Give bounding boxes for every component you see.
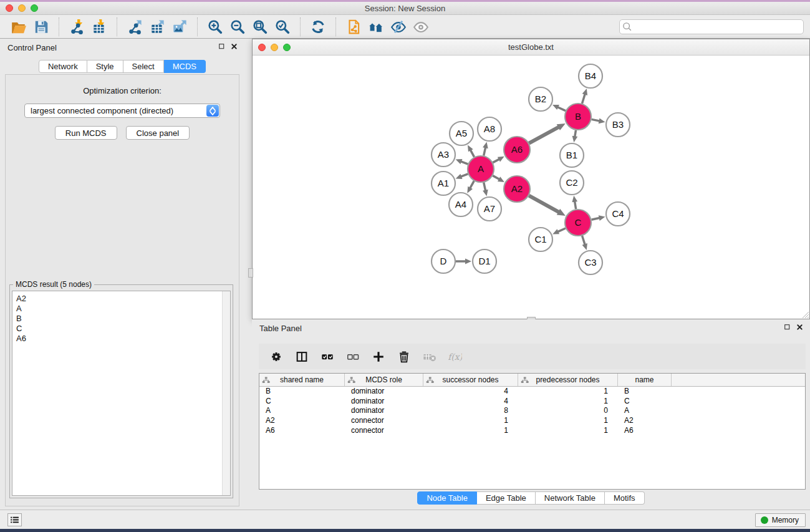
cell-MCDS-role[interactable]: dominator [345, 397, 423, 407]
cell-successor-nodes[interactable]: 1 [423, 416, 518, 426]
list-scrollbar[interactable] [222, 291, 230, 495]
tab-motifs[interactable]: Motifs [605, 491, 645, 505]
select-all-button[interactable] [320, 349, 335, 364]
search-input[interactable] [619, 19, 804, 34]
tab-network-table[interactable]: Network Table [536, 491, 605, 505]
open-file-button[interactable] [7, 17, 30, 36]
column-header-MCDS-role[interactable]: MCDS role [345, 374, 423, 386]
edge-A-A6[interactable] [493, 157, 504, 163]
column-header-successor-nodes[interactable]: successor nodes [423, 374, 518, 386]
split-columns-button[interactable] [294, 349, 309, 364]
node-C2[interactable]: C2 [560, 171, 584, 195]
first-neighbors-button[interactable] [365, 17, 387, 36]
export-table-button[interactable] [146, 17, 168, 36]
table-row[interactable]: A2connector11A2 [259, 416, 805, 426]
node-C4[interactable]: C4 [606, 202, 630, 226]
zoom-out-button[interactable] [226, 17, 249, 36]
cell-shared-name[interactable]: A [259, 406, 345, 416]
cell-name[interactable]: C [618, 397, 672, 407]
tab-select[interactable]: Select [123, 60, 164, 73]
cell-MCDS-role[interactable]: connector [345, 416, 423, 426]
deselect-all-button[interactable] [345, 349, 360, 364]
add-column-button[interactable] [371, 349, 386, 364]
node-B3[interactable]: B3 [606, 113, 630, 137]
mcds-result-item[interactable]: A2 [12, 294, 230, 304]
edge-C-C1[interactable] [552, 228, 566, 234]
show-all-button[interactable] [410, 17, 432, 36]
table-row[interactable]: Bdominator41B [259, 387, 805, 397]
cell-name[interactable]: A [618, 406, 672, 416]
tab-mcds[interactable]: MCDS [164, 60, 206, 73]
node-B1[interactable]: B1 [560, 143, 584, 167]
node-D[interactable]: D [432, 249, 455, 273]
delete-table-button[interactable] [422, 349, 437, 364]
cell-successor-nodes[interactable]: 8 [423, 406, 518, 416]
node-D1[interactable]: D1 [473, 249, 496, 273]
gear-button[interactable] [269, 349, 284, 364]
edge-B-B3[interactable] [592, 118, 605, 124]
cell-shared-name[interactable]: A6 [259, 426, 345, 436]
node-A[interactable]: A [468, 156, 494, 182]
node-A3[interactable]: A3 [432, 143, 455, 167]
edge-C-C2[interactable] [572, 196, 577, 210]
edge-A-A3[interactable] [456, 159, 468, 164]
cell-successor-nodes[interactable]: 4 [423, 387, 518, 397]
cell-predecessor-nodes[interactable]: 0 [518, 406, 618, 416]
node-A1[interactable]: A1 [432, 172, 455, 195]
graph-canvas[interactable]: A5A8A3A1A4A7AA6A2B2B4BB3B1C2C4CC1C3DD1 [253, 56, 809, 319]
node-A5[interactable]: A5 [450, 122, 473, 145]
edge-A-A7[interactable] [483, 182, 488, 196]
cell-MCDS-role[interactable]: dominator [345, 387, 423, 397]
node-B[interactable]: B [565, 104, 591, 130]
edge-A6-B[interactable] [529, 123, 565, 143]
function-builder-button[interactable]: f(x) [448, 349, 463, 364]
cell-successor-nodes[interactable]: 1 [423, 426, 518, 436]
splitter-handle-left[interactable] [248, 268, 253, 278]
cell-name[interactable]: A6 [618, 426, 672, 436]
delete-column-button[interactable] [397, 349, 412, 364]
node-C1[interactable]: C1 [529, 228, 552, 251]
window-resize-grip[interactable] [801, 311, 809, 318]
node-B2[interactable]: B2 [529, 87, 552, 111]
close-table-panel-icon[interactable] [796, 322, 804, 334]
node-A2[interactable]: A2 [504, 176, 530, 202]
column-header-shared-name[interactable]: shared name [259, 374, 345, 386]
node-C[interactable]: C [565, 210, 591, 236]
edge-A-A5[interactable] [468, 145, 474, 157]
cell-name[interactable]: B [618, 387, 672, 397]
edge-B-B4[interactable] [582, 89, 587, 104]
float-panel-icon[interactable] [218, 42, 226, 53]
cell-predecessor-nodes[interactable]: 1 [518, 387, 618, 397]
cell-shared-name[interactable]: B [259, 387, 345, 397]
run-mcds-button[interactable]: Run MCDS [55, 126, 117, 140]
mcds-result-item[interactable]: A [12, 304, 230, 314]
edge-B-B1[interactable] [572, 130, 578, 143]
zoom-selected-button[interactable] [271, 17, 294, 36]
zoom-in-button[interactable] [204, 17, 226, 36]
mcds-result-item[interactable]: B [12, 314, 230, 324]
cell-successor-nodes[interactable]: 4 [423, 397, 518, 407]
node-C3[interactable]: C3 [579, 251, 602, 274]
export-image-button[interactable] [168, 17, 191, 36]
table-row[interactable]: Cdominator41C [259, 397, 805, 407]
cell-predecessor-nodes[interactable]: 1 [518, 397, 618, 407]
memory-button[interactable]: Memory [755, 513, 806, 527]
cell-shared-name[interactable]: A2 [259, 416, 345, 426]
edge-A-A4[interactable] [467, 181, 474, 193]
import-network-button[interactable] [65, 17, 88, 36]
edge-C-C4[interactable] [591, 215, 605, 221]
node-A6[interactable]: A6 [504, 137, 530, 163]
close-panel-button[interactable]: Close panel [126, 126, 190, 140]
close-panel-icon[interactable] [230, 42, 238, 53]
edge-B-B2[interactable] [552, 105, 566, 111]
mcds-result-item[interactable]: C [12, 324, 230, 334]
column-header-predecessor-nodes[interactable]: predecessor nodes [518, 374, 618, 386]
edge-A-A1[interactable] [456, 174, 468, 179]
cell-MCDS-role[interactable]: connector [345, 426, 423, 436]
cell-predecessor-nodes[interactable]: 1 [518, 416, 618, 426]
edge-C-C3[interactable] [582, 236, 587, 250]
edge-A2-C[interactable] [529, 196, 566, 216]
tab-edge-table[interactable]: Edge Table [477, 491, 536, 505]
float-table-panel-icon[interactable] [783, 322, 791, 334]
tab-style[interactable]: Style [87, 60, 123, 73]
